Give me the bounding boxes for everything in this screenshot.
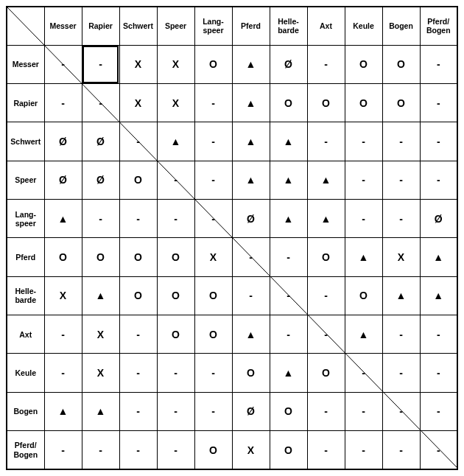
matrix-cell: ▲ (345, 238, 382, 276)
matrix-cell: - (82, 84, 119, 122)
matrix-cell: - (119, 200, 157, 238)
matrix-cell: O (307, 84, 345, 122)
matrix-cell: ▲ (82, 392, 119, 430)
matrix-cell: ▲ (44, 200, 82, 238)
matrix-cell: - (82, 45, 119, 83)
matrix-cell: - (420, 84, 457, 122)
matrix-cell: - (194, 84, 232, 122)
col-header: Pferd (232, 7, 270, 45)
matrix-cell: ▲ (307, 200, 345, 238)
matrix-cell: Ø (44, 122, 82, 161)
matrix-cell: - (157, 431, 194, 469)
matrix-cell: ▲ (82, 276, 119, 315)
matrix-cell: - (119, 354, 157, 392)
matrix-cell: - (382, 354, 420, 392)
matrix-cell: - (307, 431, 345, 469)
matrix-cell: ▲ (232, 315, 270, 354)
col-header: Rapier (82, 7, 119, 45)
matrix-cell: O (194, 45, 232, 83)
row-header: Rapier (7, 84, 44, 122)
matrix-cell: - (345, 431, 382, 469)
row-header: Keule (7, 354, 44, 392)
matrix-cell: O (307, 354, 345, 392)
matrix-cell: O (194, 315, 232, 354)
matrix-cell: - (382, 122, 420, 161)
matrix-cell: - (382, 200, 420, 238)
matrix-cell: O (119, 161, 157, 199)
matrix-cell: X (119, 45, 157, 83)
col-header: Messer (44, 7, 82, 45)
matrix-cell: O (82, 238, 119, 276)
matrix-cell: - (307, 315, 345, 354)
matrix-cell: O (270, 431, 307, 469)
matrix-cell: - (157, 200, 194, 238)
matrix-cell: - (270, 315, 307, 354)
matrix-cell: ▲ (232, 122, 270, 161)
matrix-cell: O (345, 45, 382, 83)
corner-cell (7, 7, 44, 45)
matrix-cell: - (44, 354, 82, 392)
matrix-cell: - (307, 392, 345, 430)
matrix-cell: - (194, 200, 232, 238)
matrix-cell: - (44, 431, 82, 469)
matrix-cell: O (157, 315, 194, 354)
matrix-cell: ▲ (420, 238, 457, 276)
matrix-cell: - (44, 84, 82, 122)
matrix-cell: - (157, 161, 194, 199)
matrix-cell: - (420, 122, 457, 161)
matrix-cell: O (345, 276, 382, 315)
matrix-cell: - (194, 354, 232, 392)
matrix-cell: O (157, 238, 194, 276)
matrix-cell: ▲ (157, 122, 194, 161)
matrix-cell: - (157, 392, 194, 430)
matrix-cell: - (345, 161, 382, 199)
matrix-cell: ▲ (44, 392, 82, 430)
matrix-cell: O (382, 45, 420, 83)
matrix-cell: ▲ (232, 161, 270, 199)
matrix-cell: - (345, 122, 382, 161)
matrix-cell: ▲ (270, 122, 307, 161)
matrix-cell: O (307, 238, 345, 276)
row-header: Pferd/Bogen (7, 431, 44, 469)
matrix-cell: Ø (420, 200, 457, 238)
col-header: Bogen (382, 7, 420, 45)
matrix-cell: - (307, 276, 345, 315)
matrix-cell: - (194, 161, 232, 199)
matrix-cell: - (420, 354, 457, 392)
col-header: Speer (157, 7, 194, 45)
matrix-cell: - (232, 276, 270, 315)
matrix-cell: - (345, 392, 382, 430)
matrix-cell: O (232, 354, 270, 392)
matrix-cell: - (345, 354, 382, 392)
row-header: Speer (7, 161, 44, 199)
matrix-cell: - (420, 315, 457, 354)
matrix-cell: ▲ (307, 161, 345, 199)
matrix-cell: - (382, 392, 420, 430)
matrix-cell: Ø (270, 45, 307, 83)
matrix-cell: - (44, 45, 82, 83)
matrix-cell: ▲ (232, 45, 270, 83)
matrix-cell: ▲ (270, 161, 307, 199)
matrix-cell: O (194, 276, 232, 315)
matrix-cell: - (382, 431, 420, 469)
matrix-cell: - (82, 200, 119, 238)
col-header: Schwert (119, 7, 157, 45)
matrix-cell: - (307, 45, 345, 83)
matrix-cell: O (270, 84, 307, 122)
row-header: Schwert (7, 122, 44, 161)
matrix-cell: - (420, 161, 457, 199)
matrix-cell: - (119, 315, 157, 354)
weapon-matchup-table-wrap: MesserRapierSchwertSpeerLang-speerPferdH… (6, 6, 458, 469)
matrix-cell: X (382, 238, 420, 276)
matrix-cell: X (157, 84, 194, 122)
col-header: Helle-barde (270, 7, 307, 45)
matrix-cell: Ø (82, 122, 119, 161)
matrix-cell: O (194, 431, 232, 469)
matrix-cell: - (44, 315, 82, 354)
row-header: Messer (7, 45, 44, 83)
matrix-cell: O (119, 276, 157, 315)
matrix-cell: - (382, 161, 420, 199)
matrix-cell: - (382, 315, 420, 354)
matrix-cell: Ø (232, 392, 270, 430)
col-header: Axt (307, 7, 345, 45)
